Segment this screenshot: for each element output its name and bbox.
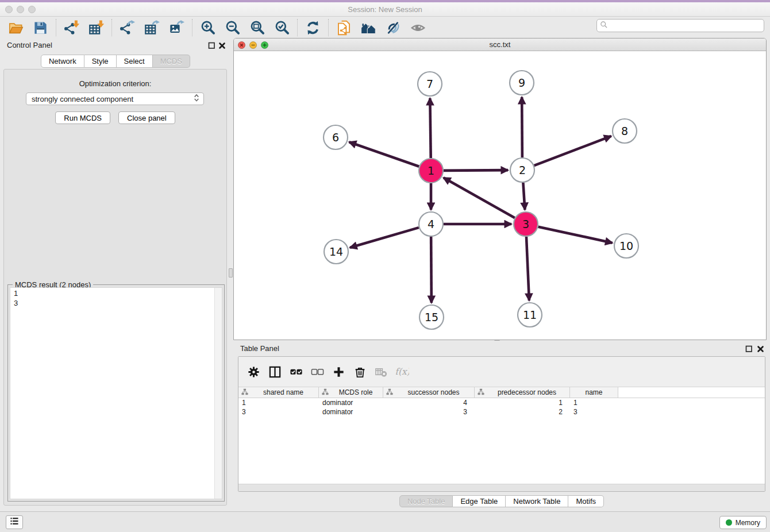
network-view-title: scc.txt xyxy=(234,38,766,51)
export-table-icon[interactable] xyxy=(140,18,164,37)
toggle-columns-icon[interactable] xyxy=(264,361,286,382)
control-panel-header: Control Panel xyxy=(0,38,231,53)
first-neighbors-icon[interactable] xyxy=(356,18,381,37)
table-column-headers: shared name MCDS role successor nodes pr… xyxy=(238,387,765,398)
criterion-select[interactable]: strongly connected component xyxy=(26,92,204,105)
export-network-icon[interactable] xyxy=(115,18,140,37)
vertical-splitter-handle[interactable] xyxy=(229,268,233,277)
delete-column-icon[interactable] xyxy=(349,361,371,382)
new-network-file-icon[interactable] xyxy=(332,18,356,37)
column-header-shared-name[interactable]: shared name xyxy=(238,387,319,398)
delete-table-icon xyxy=(371,361,392,382)
network-canvas[interactable]: 7968124314101511 xyxy=(234,51,766,340)
table-row[interactable]: 3dominator323 xyxy=(238,407,765,417)
mcds-panel: Optimization criterion: strongly connect… xyxy=(3,69,227,506)
tab-select[interactable]: Select xyxy=(117,55,153,68)
tab-network[interactable]: Network xyxy=(41,55,84,68)
memory-label: Memory xyxy=(736,519,760,527)
table-cell: 3 xyxy=(383,408,475,416)
tree-icon xyxy=(319,388,329,397)
float-table-panel-icon[interactable] xyxy=(745,345,753,352)
zoom-in-icon[interactable] xyxy=(195,18,220,37)
column-header-predecessor-nodes[interactable]: predecessor nodes xyxy=(475,387,570,398)
create-column-icon[interactable] xyxy=(328,361,349,382)
table-panel-header: Table Panel xyxy=(233,341,770,356)
close-table-panel-icon[interactable] xyxy=(757,345,764,352)
close-panel-icon[interactable] xyxy=(218,41,226,49)
tab-style[interactable]: Style xyxy=(84,55,117,68)
result-scrollbar[interactable] xyxy=(214,288,222,499)
float-panel-icon[interactable] xyxy=(208,41,215,49)
graph-edge-1-6[interactable] xyxy=(349,142,419,166)
graph-edge-4-15[interactable] xyxy=(431,237,432,303)
table-cell: 4 xyxy=(383,399,475,407)
table-cell: 3 xyxy=(570,408,618,416)
toolbar-divider xyxy=(328,19,329,36)
graph-edge-2-8[interactable] xyxy=(534,136,611,165)
tab-network-table[interactable]: Network Table xyxy=(506,495,568,507)
graph-node-label: 6 xyxy=(332,131,339,144)
table-panel-title: Table Panel xyxy=(240,344,279,353)
graph-edge-2-3[interactable] xyxy=(523,183,525,210)
graph-edge-1-2[interactable] xyxy=(444,170,508,171)
graph-edge-3-1[interactable] xyxy=(444,178,515,218)
zoom-fit-icon[interactable] xyxy=(245,18,270,37)
zoom-selected-icon[interactable] xyxy=(270,18,294,37)
graph-edge-2-9[interactable] xyxy=(522,97,522,157)
apply-layout-icon[interactable] xyxy=(301,18,325,37)
select-all-columns-icon[interactable] xyxy=(286,361,307,382)
table-cell: 2 xyxy=(475,408,570,416)
panel-list-button[interactable] xyxy=(6,515,23,529)
tab-motifs[interactable]: Motifs xyxy=(568,495,604,507)
result-line: 1 xyxy=(14,288,218,298)
column-header-successor-nodes[interactable]: successor nodes xyxy=(383,387,475,398)
table-toolbar: f(x) xyxy=(238,357,765,387)
table-panel: Table Panel f(x) shared name MCDS role s… xyxy=(233,341,770,511)
mcds-result-text[interactable]: 13 xyxy=(10,287,222,499)
graph-edge-3-10[interactable] xyxy=(538,227,612,243)
graph-edge-4-14[interactable] xyxy=(350,228,419,248)
zoom-out-icon[interactable] xyxy=(220,18,245,37)
graph-node-label: 2 xyxy=(519,164,526,176)
run-mcds-button[interactable]: Run MCDS xyxy=(55,111,110,124)
toolbar-divider xyxy=(56,19,56,36)
search-box[interactable] xyxy=(596,19,764,32)
table-row[interactable]: 1dominator411 xyxy=(238,398,765,407)
graph-edge-1-7[interactable] xyxy=(430,98,430,158)
graph-edge-3-11[interactable] xyxy=(526,237,529,300)
graph-node-label: 11 xyxy=(523,309,537,321)
column-header-name[interactable]: name xyxy=(570,387,618,398)
network-view-titlebar[interactable]: scc.txt xyxy=(234,38,766,51)
tab-edge-table[interactable]: Edge Table xyxy=(453,495,506,507)
control-panel: Control Panel NetworkStyleSelectMCDS Opt… xyxy=(0,38,231,511)
list-icon xyxy=(10,516,19,528)
table-settings-icon[interactable] xyxy=(243,361,264,382)
deselect-all-columns-icon[interactable] xyxy=(307,361,328,382)
graph-node-label: 15 xyxy=(425,311,438,323)
table-cell: 1 xyxy=(570,399,618,407)
node-table: f(x) shared name MCDS role successor nod… xyxy=(238,356,765,492)
export-image-icon[interactable] xyxy=(164,18,189,37)
search-input[interactable] xyxy=(608,20,764,31)
search-icon xyxy=(600,21,608,31)
tab-mcds[interactable]: MCDS xyxy=(153,55,190,68)
open-session-icon[interactable] xyxy=(3,18,28,37)
table-panel-tabs: Node TableEdge TableNetwork TableMotifs xyxy=(233,495,770,507)
graph-node-label: 10 xyxy=(619,240,633,252)
column-header-MCDS-role[interactable]: MCDS role xyxy=(319,387,383,398)
hide-selected-icon[interactable] xyxy=(381,18,406,37)
close-panel-button[interactable]: Close panel xyxy=(118,111,175,124)
toolbar-divider xyxy=(297,19,298,36)
header-filler xyxy=(618,387,765,398)
select-stepper-icon xyxy=(193,94,203,104)
save-session-icon[interactable] xyxy=(28,18,53,37)
status-bar: Memory xyxy=(0,511,770,532)
show-all-icon[interactable] xyxy=(406,18,430,37)
graph-node-label: 8 xyxy=(621,125,628,137)
import-table-icon[interactable] xyxy=(84,18,109,37)
tab-node-table[interactable]: Node Table xyxy=(399,495,453,507)
mcds-result-box: MCDS result (2 nodes) 13 xyxy=(7,284,225,502)
import-network-icon[interactable] xyxy=(59,18,84,37)
graph-node-label: 14 xyxy=(329,245,343,258)
memory-button[interactable]: Memory xyxy=(719,516,767,529)
